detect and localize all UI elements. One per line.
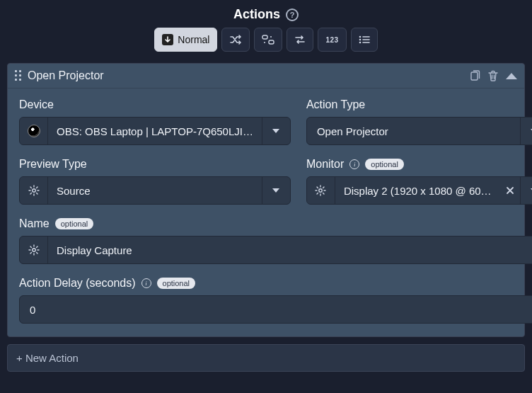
gear-icon xyxy=(20,177,48,204)
preview-type-value: Source xyxy=(48,177,262,204)
count-label: 123 xyxy=(325,36,338,44)
shuffle-icon xyxy=(229,34,242,45)
svg-rect-10 xyxy=(471,72,478,80)
trash-icon xyxy=(487,70,499,81)
close-icon xyxy=(506,186,514,195)
mode-list-button[interactable] xyxy=(351,28,378,52)
delete-button[interactable] xyxy=(487,70,499,81)
name-input[interactable] xyxy=(48,237,532,263)
action-type-value: Open Projector xyxy=(307,118,520,144)
monitor-select[interactable]: Display 2 (1920 x 1080 @ 60… xyxy=(306,176,532,205)
gear-icon xyxy=(307,177,335,204)
preview-type-label: Preview Type xyxy=(19,158,87,171)
svg-rect-0 xyxy=(262,35,267,39)
mode-swap-button[interactable] xyxy=(287,28,313,52)
monitor-clear-button[interactable] xyxy=(500,177,520,204)
preview-type-caret[interactable] xyxy=(262,177,290,204)
device-caret[interactable] xyxy=(262,118,290,144)
optional-badge: optional xyxy=(157,278,196,289)
delay-label: Action Delay (seconds) xyxy=(19,277,136,290)
copy-icon xyxy=(469,70,480,81)
group-icon xyxy=(262,35,274,45)
name-field: Name optional xyxy=(19,217,532,264)
info-icon[interactable]: i xyxy=(349,159,359,169)
svg-point-12 xyxy=(319,189,322,192)
optional-badge: optional xyxy=(55,218,94,229)
device-label: Device xyxy=(19,98,54,111)
svg-rect-1 xyxy=(269,40,274,44)
new-action-button[interactable]: + New Action xyxy=(7,344,525,372)
action-type-select[interactable]: Open Projector xyxy=(306,117,532,145)
collapse-toggle[interactable] xyxy=(506,73,517,79)
gear-icon xyxy=(20,237,48,263)
delay-field: Action Delay (seconds) i optional xyxy=(19,277,532,324)
mode-count-button[interactable]: 123 xyxy=(318,28,346,52)
mode-normal-label: Normal xyxy=(178,34,209,45)
monitor-label: Monitor xyxy=(306,158,344,171)
info-icon[interactable]: i xyxy=(141,278,151,288)
action-card: Open Projector Device OBS: OBS Laptop | … xyxy=(7,63,525,337)
new-action-label: + New Action xyxy=(16,352,79,364)
monitor-value: Display 2 (1920 x 1080 @ 60… xyxy=(335,177,500,204)
svg-point-3 xyxy=(264,42,265,43)
help-icon[interactable]: ? xyxy=(286,8,299,21)
svg-point-11 xyxy=(32,189,35,192)
svg-point-5 xyxy=(359,39,361,41)
svg-point-13 xyxy=(32,249,35,251)
action-type-label: Action Type xyxy=(306,98,365,111)
delay-input[interactable] xyxy=(19,295,532,324)
svg-point-2 xyxy=(270,36,272,38)
name-input-wrap xyxy=(19,236,532,264)
mode-bar: Normal 123 xyxy=(0,28,532,59)
swap-icon xyxy=(294,35,306,45)
device-select[interactable]: OBS: OBS Laptop | LAPTOP-7Q650LJI… xyxy=(19,117,291,145)
obs-icon xyxy=(20,118,48,144)
monitor-field: Monitor i optional Display 2 (1920 x 108… xyxy=(306,158,532,205)
chevron-down-icon xyxy=(272,129,279,133)
optional-badge: optional xyxy=(365,159,404,170)
list-icon xyxy=(359,35,370,44)
device-value: OBS: OBS Laptop | LAPTOP-7Q650LJI… xyxy=(48,118,262,144)
chevron-down-icon xyxy=(272,188,279,193)
page-title: Actions xyxy=(233,7,280,22)
monitor-caret[interactable] xyxy=(520,177,532,204)
drag-handle-icon[interactable] xyxy=(15,70,22,81)
mode-normal-button[interactable]: Normal xyxy=(154,28,217,52)
duplicate-button[interactable] xyxy=(469,70,480,81)
svg-point-6 xyxy=(359,42,361,44)
device-field: Device OBS: OBS Laptop | LAPTOP-7Q650LJI… xyxy=(19,98,291,145)
name-label: Name xyxy=(19,217,50,230)
mode-group-button[interactable] xyxy=(254,28,282,52)
preview-type-select[interactable]: Source xyxy=(19,176,291,205)
down-arrow-icon xyxy=(162,34,173,45)
action-type-caret[interactable] xyxy=(520,118,532,144)
mode-shuffle-button[interactable] xyxy=(221,28,250,52)
preview-type-field: Preview Type Source xyxy=(19,158,291,205)
svg-point-4 xyxy=(359,36,361,38)
action-type-field: Action Type Open Projector xyxy=(306,98,532,145)
action-title: Open Projector xyxy=(28,69,463,82)
